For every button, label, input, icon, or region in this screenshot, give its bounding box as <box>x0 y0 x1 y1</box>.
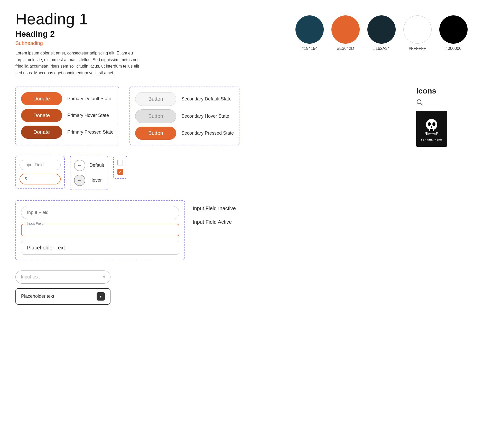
secondary-hover-state-label: Secondary Hover State <box>181 114 229 119</box>
large-inputs-box: Input Field Input Field Inactive Input F… <box>15 200 406 260</box>
secondary-hover-button[interactable]: Button <box>135 109 176 123</box>
arrow-hover-row: ← Hover <box>74 175 104 186</box>
large-input-active-wrapper: Input Field <box>21 224 179 236</box>
buttons-combined-section: Donate Primary Default State Donate Prim… <box>15 87 406 145</box>
dropdown-inactive-text: Input text <box>21 274 40 280</box>
dropdown-active-text: Placeholder text <box>21 294 54 299</box>
checkbox-checked[interactable]: ✓ <box>117 169 123 175</box>
checkbox-unchecked[interactable] <box>117 160 123 165</box>
dropdown-inactive[interactable]: Input text ▾ <box>15 270 110 284</box>
sea-shepherd-text: SEA SHEPHERD <box>421 138 442 141</box>
sea-shepherd-logo: SEA SHEPHERD <box>416 111 447 147</box>
secondary-pressed-button[interactable]: Button <box>135 127 176 140</box>
input-active-label: Input Field <box>26 221 44 226</box>
swatch-label-4: #FFFFFF <box>409 46 426 51</box>
swatch-label-3: #162A34 <box>373 46 390 51</box>
secondary-buttons-box: Button Secondary Default State Button Se… <box>129 87 239 145</box>
arrow-default-row: ← Default <box>74 160 104 171</box>
secondary-pressed-state-label: Secondary Pressed State <box>181 130 234 136</box>
swatch-label-1: #194154 <box>302 46 318 51</box>
dropdown-active-arrow: ▼ <box>97 292 105 301</box>
swatch-circle-5 <box>439 15 468 44</box>
secondary-default-button[interactable]: Button <box>135 92 176 106</box>
primary-hover-button[interactable]: Donate <box>21 109 62 122</box>
large-inputs-section: Input Field Input Field Inactive Input F… <box>15 200 406 260</box>
swatch-5: #000000 <box>439 15 468 51</box>
secondary-default-state-label: Secondary Default State <box>181 96 231 102</box>
body-text: Lorem ipsum dolor sit amet, consectetur … <box>15 50 144 76</box>
dropdown-section: Input text ▾ Placeholder text ▼ <box>15 270 406 305</box>
dropdown-active[interactable]: Placeholder text ▼ <box>15 288 110 305</box>
checkboxes-box: ✓ <box>113 156 127 179</box>
svg-point-4 <box>432 122 435 126</box>
main-content: Donate Primary Default State Donate Prim… <box>15 87 468 315</box>
inputs-small-section: ← Default ← Hover ✓ <box>15 156 406 190</box>
swatch-4: #FFFFFF <box>403 15 432 51</box>
arrow-hover-label: Hover <box>89 178 102 183</box>
large-inputs-container: Input Field <box>15 200 185 260</box>
svg-line-1 <box>421 103 422 105</box>
swatch-1: #194154 <box>295 15 324 51</box>
typography-section: Heading 1 Heading 2 Subheading Lorem ips… <box>15 10 144 76</box>
primary-default-row: Donate Primary Default State <box>21 92 114 105</box>
input-field-active[interactable] <box>20 174 61 184</box>
heading2: Heading 2 <box>15 29 144 39</box>
left-content: Donate Primary Default State Donate Prim… <box>15 87 406 315</box>
primary-pressed-button[interactable]: Donate <box>21 126 62 139</box>
svg-point-2 <box>426 119 437 130</box>
swatch-circle-1 <box>295 15 324 44</box>
input-active-label-state: Input Field Active <box>193 219 236 225</box>
input-field-default[interactable] <box>20 160 61 170</box>
search-icon <box>416 99 468 107</box>
icons-heading: Icons <box>416 87 468 95</box>
svg-point-3 <box>428 122 431 126</box>
swatch-label-2: #E3642D <box>337 46 354 51</box>
arrow-default-button[interactable]: ← <box>74 160 85 171</box>
dropdown-inactive-arrow: ▾ <box>103 275 105 279</box>
subheading: Subheading <box>15 40 144 46</box>
secondary-default-row: Button Secondary Default State <box>135 92 234 106</box>
large-input-placeholder[interactable] <box>21 241 179 255</box>
heading1: Heading 1 <box>15 10 144 28</box>
icons-section: Icons <box>416 87 468 315</box>
large-input-inactive[interactable] <box>21 206 179 219</box>
input-fields-small-box <box>15 156 65 189</box>
primary-buttons-box: Donate Primary Default State Donate Prim… <box>15 87 119 145</box>
arrow-hover-button[interactable]: ← <box>74 175 85 186</box>
arrows-box: ← Default ← Hover <box>70 156 108 190</box>
primary-pressed-row: Donate Primary Pressed State <box>21 126 114 139</box>
color-swatches: #194154 #E3642D #162A34 #FFFFFF #000000 <box>295 15 468 51</box>
arrow-default-label: Default <box>89 163 104 168</box>
primary-hover-row: Donate Primary Hover State <box>21 109 114 122</box>
input-inactive-label: Input Field Inactive <box>193 206 236 211</box>
top-section: Heading 1 Heading 2 Subheading Lorem ips… <box>15 10 468 76</box>
large-input-active[interactable] <box>27 228 173 233</box>
swatch-2: #E3642D <box>331 15 360 51</box>
secondary-hover-row: Button Secondary Hover State <box>135 109 234 123</box>
secondary-pressed-row: Button Secondary Pressed State <box>135 127 234 140</box>
primary-pressed-state-label: Primary Pressed State <box>67 129 114 135</box>
primary-default-state-label: Primary Default State <box>67 96 111 101</box>
svg-point-5 <box>431 126 432 128</box>
large-inputs-labels: Input Field Inactive Input Field Active <box>193 200 236 225</box>
primary-default-button[interactable]: Donate <box>21 92 62 105</box>
swatch-circle-4 <box>403 15 432 44</box>
swatch-label-5: #000000 <box>445 46 461 51</box>
primary-hover-state-label: Primary Hover State <box>67 113 109 118</box>
swatch-3: #162A34 <box>367 15 396 51</box>
swatch-circle-3 <box>367 15 396 44</box>
swatch-circle-2 <box>331 15 360 44</box>
